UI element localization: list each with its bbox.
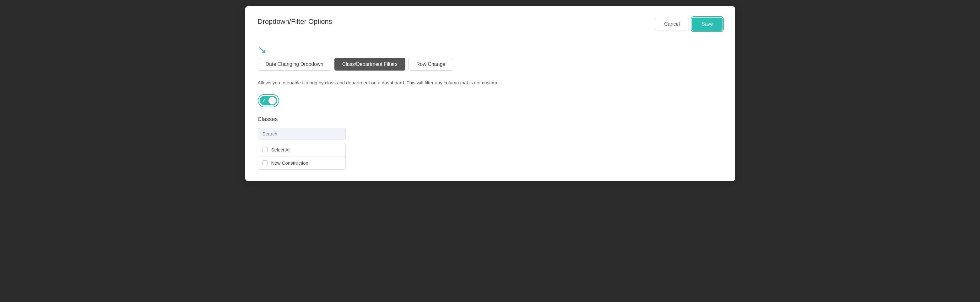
- toggle-wrapper[interactable]: ✓: [258, 94, 279, 107]
- classes-search-input[interactable]: [258, 128, 346, 140]
- tabs-row: Date Changing Dropdown Class/Department …: [258, 58, 722, 71]
- arrow-indicator: ↘: [258, 44, 722, 58]
- new-construction-checkbox[interactable]: [262, 160, 267, 165]
- classes-list: Select All New Construction: [258, 143, 346, 170]
- list-item-select-all[interactable]: Select All: [258, 143, 345, 157]
- tab-class-department-filters[interactable]: Class/Department Filters: [334, 58, 406, 71]
- classes-section-title: Classes: [258, 116, 722, 123]
- tab-row-change[interactable]: Row Change: [409, 58, 453, 71]
- classes-section: Classes Select All New Construction: [258, 116, 722, 170]
- header-actions: Cancel Save: [655, 17, 722, 31]
- cancel-button[interactable]: Cancel: [655, 18, 689, 30]
- save-button[interactable]: Save: [692, 17, 722, 31]
- modal-title: Dropdown/Filter Options: [258, 17, 332, 26]
- new-construction-label: New Construction: [271, 160, 309, 166]
- description-text: Allows you to enable filtering by class …: [258, 79, 722, 87]
- list-item-new-construction[interactable]: New Construction: [258, 157, 345, 169]
- toggle-slider: [260, 96, 277, 105]
- tab-date-changing-dropdown[interactable]: Date Changing Dropdown: [258, 58, 331, 71]
- enable-toggle[interactable]: ✓: [260, 96, 277, 105]
- modal-header: Dropdown/Filter Options Cancel Save: [258, 17, 722, 31]
- select-all-checkbox[interactable]: [262, 147, 267, 152]
- select-all-label: Select All: [271, 147, 291, 152]
- modal: Dropdown/Filter Options Cancel Save ↘ Da…: [245, 6, 735, 181]
- header-divider: [258, 36, 722, 36]
